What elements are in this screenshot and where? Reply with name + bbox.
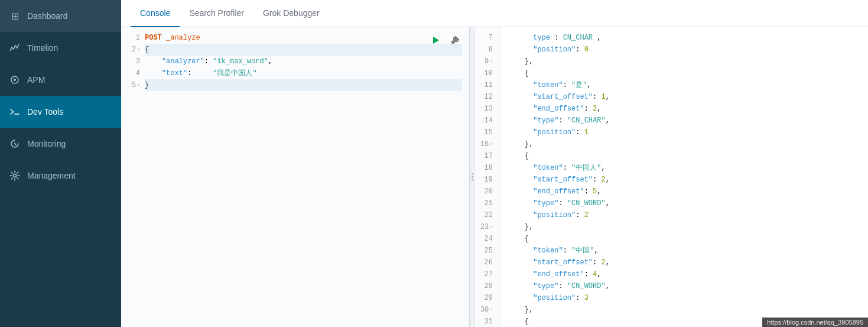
result-line-9: }, xyxy=(508,56,859,67)
result-line-30: }, xyxy=(508,304,859,316)
rln-13: 13 xyxy=(474,103,495,115)
result-line-29: "position": 3 xyxy=(508,292,859,304)
result-line-17: { xyxy=(508,150,859,162)
result-line-23: }, xyxy=(508,221,859,233)
rln-30: 30▾ xyxy=(474,304,495,316)
result-line-20: "end_offset": 5, xyxy=(508,186,859,198)
result-line-14: "type": "CN_CHAR", xyxy=(508,115,859,127)
pane-divider[interactable] xyxy=(470,27,474,327)
result-line-12: "start_offset": 1, xyxy=(508,91,859,103)
result-line-15: "position": 1 xyxy=(508,127,859,138)
rln-31: 31 xyxy=(474,316,495,327)
rln-29: 29 xyxy=(474,292,495,304)
result-line-22: "position": 2 xyxy=(508,209,859,221)
result-line-16: }, xyxy=(508,138,859,150)
run-button[interactable] xyxy=(429,33,443,47)
divider-dot-3 xyxy=(472,179,473,181)
divider-dot-2 xyxy=(472,176,473,178)
sidebar: ⊞ Dashboard Timelion APM Dev Tools xyxy=(0,0,121,327)
rln-8: 8 xyxy=(474,44,495,56)
rln-14: 14 xyxy=(474,115,495,127)
rln-24: 24 xyxy=(474,233,495,245)
rln-7: 7 xyxy=(474,32,495,44)
rln-15: 15 xyxy=(474,127,495,138)
tab-console[interactable]: Console xyxy=(131,0,180,27)
rln-27: 27 xyxy=(474,268,495,280)
apm-icon xyxy=(9,75,20,85)
svg-marker-4 xyxy=(433,37,439,44)
code-line-3: "analyzer": "ik_max_word", xyxy=(145,56,462,67)
sidebar-label-timelion: Timelion xyxy=(27,43,58,53)
result-line-7: type : CN_CHAR , xyxy=(508,32,859,44)
editor-area: 1 2▾ 3 4 5▾ POST _analyze { "analyzer": … xyxy=(121,27,868,327)
sidebar-item-monitoring[interactable]: Monitoring xyxy=(0,128,121,160)
rln-17: 17 xyxy=(474,150,495,162)
result-line-24: { xyxy=(508,233,859,245)
result-content[interactable]: type : CN_CHAR , "position": 0 }, { "tok… xyxy=(500,27,868,327)
status-url: https://blog.csdn.net/qq_3905895 xyxy=(767,319,863,326)
management-icon xyxy=(9,170,20,181)
dashboard-icon: ⊞ xyxy=(9,11,20,21)
result-line-8: "position": 0 xyxy=(508,44,859,56)
rln-11: 11 xyxy=(474,79,495,91)
svg-point-3 xyxy=(14,174,17,177)
result-line-13: "end_offset": 2, xyxy=(508,103,859,115)
svg-point-1 xyxy=(14,79,16,81)
code-line-2: { xyxy=(145,44,462,56)
wrench-button[interactable] xyxy=(448,33,462,47)
sidebar-item-apm[interactable]: APM xyxy=(0,64,121,96)
result-line-11: "token": "是", xyxy=(508,79,859,91)
result-line-19: "start_offset": 2, xyxy=(508,174,859,186)
code-line-1: POST _analyze xyxy=(145,32,462,44)
rln-19: 19 xyxy=(474,174,495,186)
devtools-icon xyxy=(9,106,20,117)
rln-10: 10 xyxy=(474,67,495,79)
rln-28: 28 xyxy=(474,280,495,292)
line-numbers: 1 2▾ 3 4 5▾ xyxy=(121,32,145,327)
main-content: Console Search Profiler Grok Debugger 1 … xyxy=(121,0,868,327)
code-line-4: "text": "我是中国人" xyxy=(145,67,462,79)
rln-25: 25 xyxy=(474,245,495,257)
monitoring-icon xyxy=(9,138,20,149)
tab-bar: Console Search Profiler Grok Debugger xyxy=(121,0,868,27)
divider-handle xyxy=(472,173,473,181)
rln-22: 22 xyxy=(474,209,495,221)
sidebar-label-monitoring: Monitoring xyxy=(27,139,66,148)
result-line-26: "start_offset": 2, xyxy=(508,257,859,268)
editor-toolbar xyxy=(429,33,462,47)
sidebar-item-timelion[interactable]: Timelion xyxy=(0,32,121,64)
status-bar: https://blog.csdn.net/qq_3905895 xyxy=(762,318,868,327)
code-editor[interactable]: POST _analyze { "analyzer": "ik_max_word… xyxy=(145,32,469,327)
editor-pane: 1 2▾ 3 4 5▾ POST _analyze { "analyzer": … xyxy=(121,27,470,327)
sidebar-item-management[interactable]: Management xyxy=(0,160,121,192)
sidebar-label-management: Management xyxy=(27,171,76,180)
rln-16: 16▾ xyxy=(474,138,495,150)
rln-20: 20 xyxy=(474,186,495,198)
code-line-5: } xyxy=(145,79,462,91)
rln-18: 18 xyxy=(474,162,495,174)
result-line-28: "type": "CN_WORD", xyxy=(508,280,859,292)
tab-grok-debugger[interactable]: Grok Debugger xyxy=(253,0,329,27)
sidebar-item-devtools[interactable]: Dev Tools xyxy=(0,96,121,128)
sidebar-item-dashboard[interactable]: ⊞ Dashboard xyxy=(0,0,121,32)
result-line-25: "token": "中国", xyxy=(508,245,859,257)
editor-content[interactable]: 1 2▾ 3 4 5▾ POST _analyze { "analyzer": … xyxy=(121,27,469,327)
result-line-27: "end_offset": 4, xyxy=(508,268,859,280)
sidebar-item-label: Dashboard xyxy=(27,11,68,21)
sidebar-label-devtools: Dev Tools xyxy=(27,107,63,116)
tab-search-profiler[interactable]: Search Profiler xyxy=(180,0,253,27)
result-line-10: { xyxy=(508,67,859,79)
timelion-icon xyxy=(9,43,20,53)
rln-23: 23▾ xyxy=(474,221,495,233)
sidebar-label-apm: APM xyxy=(27,75,45,85)
result-line-21: "type": "CN_WORD", xyxy=(508,198,859,209)
divider-dot-1 xyxy=(472,173,473,175)
result-line-18: "token": "中国人", xyxy=(508,162,859,174)
result-pane: 7 8 9▾ 10 11 12 13 14 15 16▾ 17 18 19 20… xyxy=(474,27,868,327)
rln-26: 26 xyxy=(474,257,495,268)
result-line-numbers: 7 8 9▾ 10 11 12 13 14 15 16▾ 17 18 19 20… xyxy=(474,27,500,327)
rln-9: 9▾ xyxy=(474,56,495,67)
rln-12: 12 xyxy=(474,91,495,103)
rln-21: 21 xyxy=(474,198,495,209)
